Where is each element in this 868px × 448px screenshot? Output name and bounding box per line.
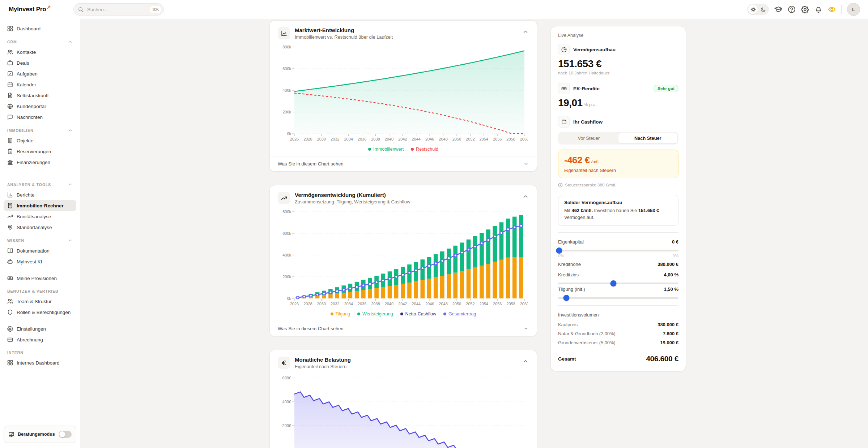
sidebar-item-team-struktur[interactable]: Team & Struktur [4, 296, 76, 307]
sidebar: DashboardCRMKontakteDealsAufgabenKalende… [0, 19, 80, 448]
svg-text:2056: 2056 [493, 137, 502, 141]
slider-row-eigenkapital: Eigenkapital0 €0%0% [558, 239, 678, 258]
advisor-mode-card[interactable]: Beratungsmodus [4, 426, 76, 443]
tab-vor-steuer[interactable]: Vor Steuer [559, 133, 618, 143]
slider-thumb-tilgung-init[interactable] [563, 295, 570, 301]
sidebar-item-reservierungen[interactable]: Reservierungen [4, 146, 76, 157]
sidebar-item-dashboard[interactable]: Dashboard [4, 23, 76, 34]
svg-text:600k: 600k [282, 66, 291, 71]
svg-text:2054: 2054 [480, 137, 488, 141]
sidebar-section-crm[interactable]: CRM [4, 34, 76, 47]
gear-icon [801, 5, 809, 13]
dashboard-icon [7, 26, 13, 31]
investment-total: Gesamt 406.600 € [558, 354, 678, 363]
graduation-cap-icon [774, 5, 782, 13]
theme-toggle[interactable] [747, 4, 769, 15]
svg-text:2032: 2032 [331, 137, 339, 141]
check-square-icon [7, 71, 13, 77]
sidebar-item-kontakte[interactable]: Kontakte [4, 47, 76, 57]
settings-button[interactable] [801, 5, 809, 13]
user-avatar[interactable]: L [847, 3, 860, 16]
light-mode-button[interactable] [748, 5, 758, 14]
investment-row-notar-grundbuch-2-00: Notar & Grundbuch (2,00%)7.600 € [558, 331, 678, 336]
search-input[interactable]: ⌘K [73, 3, 164, 16]
sidebar-section-immobilien[interactable]: IMMOBILIEN [4, 122, 76, 135]
sidebar-item-finanzierungen[interactable]: Finanzierungen [4, 157, 76, 168]
chart-legend: ImmobilienwertRestschuld [270, 145, 537, 156]
svg-text:2040: 2040 [385, 302, 393, 306]
collapse-chart-button[interactable] [522, 358, 529, 365]
legend-item-wertsteigerung: Wertsteigerung [357, 311, 393, 316]
chevron-up-icon [68, 182, 73, 187]
sidebar-item-einstellungen[interactable]: Einstellungen [4, 323, 76, 334]
sidebar-item-abrechnung[interactable]: Abrechnung [4, 334, 76, 345]
app-logo[interactable]: MyInvest Pro [9, 0, 51, 19]
trending-up-icon [278, 192, 290, 204]
help-button[interactable] [788, 5, 796, 13]
svg-text:2026: 2026 [290, 302, 299, 306]
slider-track-tilgung-init[interactable] [558, 297, 678, 299]
chart-info-expander[interactable]: Was Sie in diesem Chart sehen [270, 321, 537, 336]
shield-icon [7, 309, 13, 315]
svg-text:2050: 2050 [452, 137, 461, 141]
sidebar-item-meine-provisionen[interactable]: Meine Provisionen [4, 273, 76, 284]
chart-info-expander[interactable]: Was Sie in diesem Chart sehen [270, 156, 537, 171]
chart-subtitle: Immobilienwert vs. Restschuld über die L… [295, 34, 518, 40]
legend-item-immobilienwert: Immobilienwert [368, 147, 404, 152]
sidebar-item-myinvest-ki[interactable]: MyInvest KI [4, 256, 76, 267]
dark-mode-button[interactable] [758, 5, 768, 14]
insight-box: Solider Vermögensaufbau Mit 462 €/mtl. I… [558, 195, 678, 226]
chart-card-header: Monatliche Belastung Eigenanteil nach St… [270, 350, 537, 372]
help-circle-icon [788, 5, 796, 13]
charts-column: Marktwert-Entwicklung Immobilienwert vs.… [269, 20, 537, 448]
sidebar-item-dokumentation[interactable]: Dokumentation [4, 245, 76, 256]
roi-metric: EK-Rendite Sehr gut 19,01% p.a. [558, 83, 678, 109]
chevron-up-icon [522, 29, 529, 35]
svg-text:2044: 2044 [412, 302, 420, 306]
tab-nach-steuer[interactable]: Nach Steuer [618, 133, 678, 143]
collapse-chart-button[interactable] [522, 193, 529, 200]
svg-text:2030: 2030 [317, 302, 326, 306]
sidebar-item-berichte[interactable]: Berichte [4, 189, 76, 200]
panel-divider [558, 232, 678, 233]
sidebar-item-kalender[interactable]: Kalender [4, 79, 76, 90]
chart-info-label: Was Sie in diesem Chart sehen [278, 161, 344, 167]
notifications-button[interactable] [814, 5, 822, 13]
slider-track-kreditzins[interactable] [558, 283, 678, 284]
sidebar-item-aufgaben[interactable]: Aufgaben [4, 68, 76, 79]
svg-text:2034: 2034 [344, 302, 353, 306]
sidebar-item-objekte[interactable]: Objekte [4, 135, 76, 146]
search-field[interactable] [86, 7, 150, 13]
logo-arrow-icon [46, 5, 51, 10]
map-pin-icon [7, 224, 13, 230]
slider-thumb-kreditzins[interactable] [610, 280, 617, 287]
sidebar-section-analysen-tools[interactable]: ANALYSEN & TOOLS [4, 177, 76, 189]
svg-text:200k: 200k [282, 110, 291, 114]
sidebar-item-selbstauskunft[interactable]: Selbstauskunft [4, 90, 76, 101]
sidebar-section-intern: INTERN [4, 345, 76, 357]
collapse-chart-button[interactable] [522, 29, 529, 35]
sidebar-item-deals[interactable]: Deals [4, 57, 76, 68]
sidebar-item-kundenportal[interactable]: Kundenportal [4, 101, 76, 112]
svg-text:2042: 2042 [398, 137, 407, 141]
settings-icon [7, 326, 13, 332]
academy-button[interactable] [774, 5, 782, 13]
sidebar-section-wissen[interactable]: WISSEN [4, 233, 76, 245]
live-analysis-panel: Live Analyse Vermögensaufbau 151.653 € n… [550, 26, 686, 371]
sidebar-item-rollen-berechtigungen[interactable]: Rollen & Berechtigungen [4, 307, 76, 318]
wealth-metric: Vermögensaufbau 151.653 € nach 10 Jahren… [558, 44, 678, 76]
chart-info-label: Was Sie in diesem Chart sehen [278, 326, 344, 331]
slider-track-eigenkapital[interactable] [558, 250, 678, 251]
slider-thumb-eigenkapital[interactable] [556, 247, 562, 254]
tax-savings-info: Steuerersparnis: 380 €/mtl. [558, 182, 678, 188]
sidebar-item-nachrichten[interactable]: Nachrichten [4, 112, 76, 122]
view-mode-button[interactable] [828, 5, 836, 13]
slider-row-kredithohe: Kredithöhe380.000 € [558, 262, 678, 267]
sidebar-item-immobilien-rechner[interactable]: Immobilien-Rechner [4, 200, 76, 211]
advisor-mode-toggle[interactable] [59, 431, 72, 438]
toggle-knob [59, 431, 65, 437]
sidebar-item-bonitatsanalyse[interactable]: Bonitätsanalyse [4, 211, 76, 222]
credit-card-icon [7, 337, 13, 343]
sidebar-item-internes-dashboard[interactable]: Internes Dashboard [4, 357, 76, 368]
sidebar-item-standortanalyse[interactable]: Standortanalyse [4, 222, 76, 233]
